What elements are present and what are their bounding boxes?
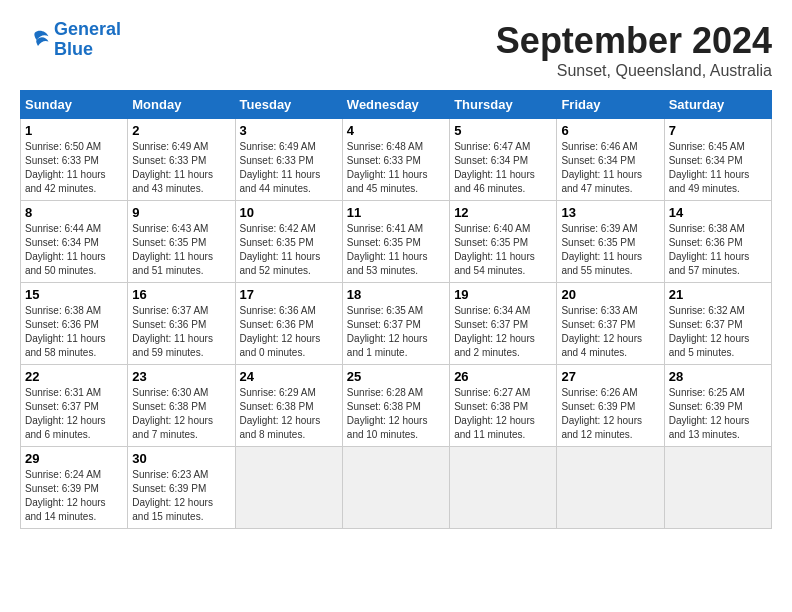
calendar-day-cell: 22Sunrise: 6:31 AMSunset: 6:37 PMDayligh… — [21, 365, 128, 447]
calendar-day-cell: 10Sunrise: 6:42 AMSunset: 6:35 PMDayligh… — [235, 201, 342, 283]
day-info: Sunrise: 6:35 AMSunset: 6:37 PMDaylight:… — [347, 305, 428, 358]
day-info: Sunrise: 6:38 AMSunset: 6:36 PMDaylight:… — [25, 305, 106, 358]
calendar-day-cell — [450, 447, 557, 529]
calendar-week-row: 1Sunrise: 6:50 AMSunset: 6:33 PMDaylight… — [21, 119, 772, 201]
day-number: 19 — [454, 287, 552, 302]
day-number: 28 — [669, 369, 767, 384]
day-info: Sunrise: 6:41 AMSunset: 6:35 PMDaylight:… — [347, 223, 428, 276]
day-info: Sunrise: 6:38 AMSunset: 6:36 PMDaylight:… — [669, 223, 750, 276]
day-info: Sunrise: 6:36 AMSunset: 6:36 PMDaylight:… — [240, 305, 321, 358]
calendar-day-cell: 27Sunrise: 6:26 AMSunset: 6:39 PMDayligh… — [557, 365, 664, 447]
day-info: Sunrise: 6:25 AMSunset: 6:39 PMDaylight:… — [669, 387, 750, 440]
day-number: 24 — [240, 369, 338, 384]
calendar-day-cell: 14Sunrise: 6:38 AMSunset: 6:36 PMDayligh… — [664, 201, 771, 283]
day-info: Sunrise: 6:46 AMSunset: 6:34 PMDaylight:… — [561, 141, 642, 194]
day-info: Sunrise: 6:44 AMSunset: 6:34 PMDaylight:… — [25, 223, 106, 276]
col-wednesday: Wednesday — [342, 91, 449, 119]
calendar-day-cell: 17Sunrise: 6:36 AMSunset: 6:36 PMDayligh… — [235, 283, 342, 365]
day-number: 14 — [669, 205, 767, 220]
calendar-day-cell: 20Sunrise: 6:33 AMSunset: 6:37 PMDayligh… — [557, 283, 664, 365]
calendar-day-cell — [557, 447, 664, 529]
day-number: 30 — [132, 451, 230, 466]
day-number: 8 — [25, 205, 123, 220]
day-number: 9 — [132, 205, 230, 220]
day-number: 10 — [240, 205, 338, 220]
day-info: Sunrise: 6:24 AMSunset: 6:39 PMDaylight:… — [25, 469, 106, 522]
calendar-week-row: 15Sunrise: 6:38 AMSunset: 6:36 PMDayligh… — [21, 283, 772, 365]
calendar-day-cell: 30Sunrise: 6:23 AMSunset: 6:39 PMDayligh… — [128, 447, 235, 529]
day-number: 20 — [561, 287, 659, 302]
day-info: Sunrise: 6:32 AMSunset: 6:37 PMDaylight:… — [669, 305, 750, 358]
calendar-table: Sunday Monday Tuesday Wednesday Thursday… — [20, 90, 772, 529]
day-info: Sunrise: 6:50 AMSunset: 6:33 PMDaylight:… — [25, 141, 106, 194]
day-number: 15 — [25, 287, 123, 302]
day-number: 5 — [454, 123, 552, 138]
calendar-day-cell: 23Sunrise: 6:30 AMSunset: 6:38 PMDayligh… — [128, 365, 235, 447]
calendar-day-cell: 21Sunrise: 6:32 AMSunset: 6:37 PMDayligh… — [664, 283, 771, 365]
day-info: Sunrise: 6:40 AMSunset: 6:35 PMDaylight:… — [454, 223, 535, 276]
day-number: 3 — [240, 123, 338, 138]
day-info: Sunrise: 6:34 AMSunset: 6:37 PMDaylight:… — [454, 305, 535, 358]
calendar-day-cell: 19Sunrise: 6:34 AMSunset: 6:37 PMDayligh… — [450, 283, 557, 365]
day-number: 27 — [561, 369, 659, 384]
day-info: Sunrise: 6:30 AMSunset: 6:38 PMDaylight:… — [132, 387, 213, 440]
calendar-header-row: Sunday Monday Tuesday Wednesday Thursday… — [21, 91, 772, 119]
calendar-day-cell: 9Sunrise: 6:43 AMSunset: 6:35 PMDaylight… — [128, 201, 235, 283]
sub-title: Sunset, Queensland, Australia — [496, 62, 772, 80]
day-info: Sunrise: 6:31 AMSunset: 6:37 PMDaylight:… — [25, 387, 106, 440]
day-info: Sunrise: 6:42 AMSunset: 6:35 PMDaylight:… — [240, 223, 321, 276]
day-info: Sunrise: 6:26 AMSunset: 6:39 PMDaylight:… — [561, 387, 642, 440]
day-info: Sunrise: 6:48 AMSunset: 6:33 PMDaylight:… — [347, 141, 428, 194]
day-number: 18 — [347, 287, 445, 302]
col-sunday: Sunday — [21, 91, 128, 119]
calendar-day-cell — [235, 447, 342, 529]
day-info: Sunrise: 6:49 AMSunset: 6:33 PMDaylight:… — [132, 141, 213, 194]
logo-bird-icon — [20, 25, 50, 55]
day-number: 7 — [669, 123, 767, 138]
col-monday: Monday — [128, 91, 235, 119]
calendar-day-cell: 4Sunrise: 6:48 AMSunset: 6:33 PMDaylight… — [342, 119, 449, 201]
calendar-week-row: 22Sunrise: 6:31 AMSunset: 6:37 PMDayligh… — [21, 365, 772, 447]
calendar-day-cell: 13Sunrise: 6:39 AMSunset: 6:35 PMDayligh… — [557, 201, 664, 283]
calendar-day-cell: 2Sunrise: 6:49 AMSunset: 6:33 PMDaylight… — [128, 119, 235, 201]
calendar-day-cell: 18Sunrise: 6:35 AMSunset: 6:37 PMDayligh… — [342, 283, 449, 365]
day-number: 4 — [347, 123, 445, 138]
calendar-day-cell: 28Sunrise: 6:25 AMSunset: 6:39 PMDayligh… — [664, 365, 771, 447]
day-number: 21 — [669, 287, 767, 302]
calendar-day-cell: 16Sunrise: 6:37 AMSunset: 6:36 PMDayligh… — [128, 283, 235, 365]
col-tuesday: Tuesday — [235, 91, 342, 119]
day-info: Sunrise: 6:29 AMSunset: 6:38 PMDaylight:… — [240, 387, 321, 440]
day-number: 25 — [347, 369, 445, 384]
day-number: 6 — [561, 123, 659, 138]
day-number: 26 — [454, 369, 552, 384]
day-info: Sunrise: 6:33 AMSunset: 6:37 PMDaylight:… — [561, 305, 642, 358]
calendar-day-cell: 12Sunrise: 6:40 AMSunset: 6:35 PMDayligh… — [450, 201, 557, 283]
calendar-day-cell: 11Sunrise: 6:41 AMSunset: 6:35 PMDayligh… — [342, 201, 449, 283]
day-info: Sunrise: 6:45 AMSunset: 6:34 PMDaylight:… — [669, 141, 750, 194]
day-info: Sunrise: 6:37 AMSunset: 6:36 PMDaylight:… — [132, 305, 213, 358]
calendar-day-cell: 8Sunrise: 6:44 AMSunset: 6:34 PMDaylight… — [21, 201, 128, 283]
day-number: 29 — [25, 451, 123, 466]
col-saturday: Saturday — [664, 91, 771, 119]
calendar-week-row: 29Sunrise: 6:24 AMSunset: 6:39 PMDayligh… — [21, 447, 772, 529]
calendar-day-cell: 25Sunrise: 6:28 AMSunset: 6:38 PMDayligh… — [342, 365, 449, 447]
col-thursday: Thursday — [450, 91, 557, 119]
calendar-day-cell: 3Sunrise: 6:49 AMSunset: 6:33 PMDaylight… — [235, 119, 342, 201]
day-number: 22 — [25, 369, 123, 384]
day-number: 11 — [347, 205, 445, 220]
day-number: 23 — [132, 369, 230, 384]
calendar-day-cell: 29Sunrise: 6:24 AMSunset: 6:39 PMDayligh… — [21, 447, 128, 529]
day-number: 12 — [454, 205, 552, 220]
day-info: Sunrise: 6:47 AMSunset: 6:34 PMDaylight:… — [454, 141, 535, 194]
calendar-day-cell — [664, 447, 771, 529]
calendar-day-cell: 1Sunrise: 6:50 AMSunset: 6:33 PMDaylight… — [21, 119, 128, 201]
page-header: General Blue September 2024 Sunset, Quee… — [20, 20, 772, 80]
calendar-day-cell: 24Sunrise: 6:29 AMSunset: 6:38 PMDayligh… — [235, 365, 342, 447]
logo-text: General Blue — [54, 20, 121, 60]
calendar-day-cell: 5Sunrise: 6:47 AMSunset: 6:34 PMDaylight… — [450, 119, 557, 201]
calendar-day-cell — [342, 447, 449, 529]
day-number: 2 — [132, 123, 230, 138]
col-friday: Friday — [557, 91, 664, 119]
logo: General Blue — [20, 20, 121, 60]
day-number: 13 — [561, 205, 659, 220]
